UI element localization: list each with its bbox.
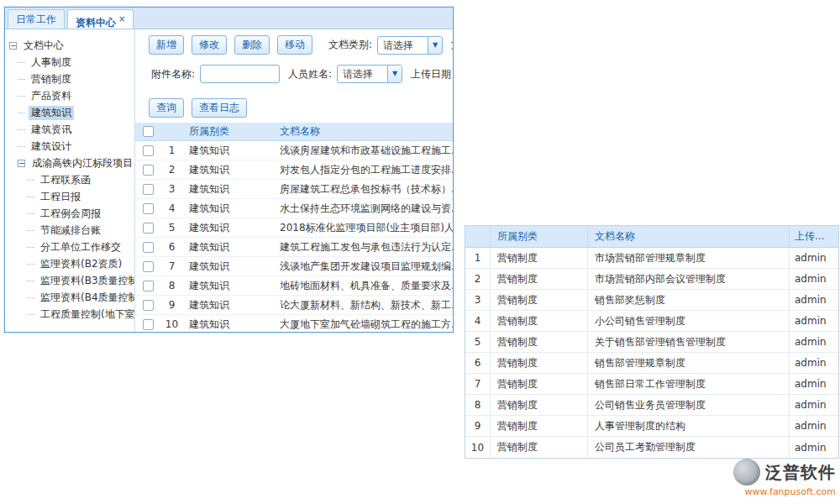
tab-bar: 日常工作 资料中心× [5, 8, 453, 29]
table-row[interactable]: 6营销制度销售部管理规章制度admin [465, 353, 838, 374]
tree-item[interactable]: 建筑知识 [5, 104, 134, 121]
person-name-select[interactable]: 请选择 ▼ [337, 65, 402, 83]
table-row[interactable]: 10营销制度公司员工考勤管理制度admin [465, 437, 838, 458]
table-row[interactable]: 8营销制度公司销售业务员管理制度admin [465, 395, 838, 416]
tree-item[interactable]: 工程日报 [5, 188, 134, 205]
tree-item[interactable]: 产品资料 [5, 87, 134, 104]
row-checkbox[interactable] [143, 223, 154, 234]
table-row[interactable]: 4营销制度小公司销售管理制度admin [465, 311, 838, 332]
move-button[interactable]: 移动 [277, 35, 312, 55]
row-doc-name: 市场营销部内部会议管理制度 [588, 269, 790, 289]
row-doc-name: 公司员工考勤管理制度 [588, 437, 790, 458]
row-number: 3 [160, 183, 183, 195]
query-button[interactable]: 查询 [149, 98, 184, 118]
tree-item-label: 建筑设计 [29, 139, 74, 154]
table-row[interactable]: 8建筑知识地砖地面材料、机具准备、质量要求及... [135, 276, 453, 296]
tree-item[interactable]: 工程联系函 [5, 171, 134, 188]
row-category: 营销制度 [491, 416, 588, 436]
collapse-icon[interactable]: − [9, 42, 17, 50]
table-row[interactable]: 3建筑知识房屋建筑工程总承包投标书（技术标）... [135, 180, 453, 199]
add-button[interactable]: 新增 [149, 35, 184, 55]
tree-branch-icon [18, 129, 25, 130]
toolbar-row-3: 查询 查看日志 [149, 98, 255, 118]
row-category: 建筑知识 [183, 298, 274, 312]
row-checkbox[interactable] [143, 300, 154, 311]
tab-data-center[interactable]: 资料中心× [67, 9, 134, 29]
tab-close-icon[interactable]: × [118, 14, 125, 24]
row-category: 营销制度 [491, 437, 588, 458]
select-all-checkbox[interactable] [143, 126, 154, 137]
table-row[interactable]: 2营销制度市场营销部内部会议管理制度admin [465, 269, 838, 290]
data-center-window: 日常工作 资料中心× − 文档中心 人事制度营销制度产品资料建筑知识建筑资讯建筑… [4, 7, 454, 333]
row-category: 营销制度 [491, 311, 588, 331]
table-row[interactable]: 1营销制度市场营销部管理规章制度admin [465, 248, 838, 269]
tree-item[interactable]: 节能减排台账 [5, 222, 134, 239]
tree-branch-icon [27, 180, 34, 181]
row-checkbox[interactable] [143, 261, 154, 272]
table-row[interactable]: 4建筑知识水土保持生态环境监测网络的建设与资... [135, 199, 453, 218]
toolbar-row-1: 新增 修改 删除 移动 文档类别: 请选择 ▼ 文档 [149, 35, 453, 55]
row-checkbox[interactable] [143, 184, 154, 195]
tree-item[interactable]: 工程质量控制(地下室) [5, 306, 134, 323]
column-header-doc-name[interactable]: 文档名称 [274, 124, 453, 139]
tree-branch-icon [27, 297, 34, 298]
row-category: 建筑知识 [183, 279, 274, 293]
row-category: 建筑知识 [183, 182, 274, 197]
table-row[interactable]: 9营销制度人事管理制度的结构admin [465, 416, 838, 437]
delete-button[interactable]: 删除 [234, 35, 270, 55]
tree-item[interactable]: 建筑设计 [5, 138, 134, 155]
tree-branch-icon [18, 79, 25, 80]
table-row[interactable]: 2建筑知识对发包人指定分包的工程施工进度安排... [135, 160, 453, 180]
doc-category-select[interactable]: 请选择 ▼ [377, 36, 443, 55]
table-row[interactable]: 9建筑知识论大厦新材料、新结构、新技术、新工... [135, 296, 453, 315]
view-log-button[interactable]: 查看日志 [192, 98, 247, 118]
row-checkbox[interactable] [143, 203, 154, 214]
attachment-name-input[interactable] [200, 65, 280, 83]
column-header-uploader[interactable]: 上传... [790, 226, 838, 247]
table-row[interactable]: 7营销制度销售部日常工作管理制度admin [465, 374, 838, 395]
row-doc-name: 浅谈房屋建筑和市政基础设施工程施工... [274, 144, 453, 158]
table-row[interactable]: 6建筑知识建筑工程施工发包与承包违法行为认定... [135, 238, 453, 257]
table-row[interactable]: 5营销制度关于销售部管理销售管理制度admin [465, 332, 838, 353]
tree-item[interactable]: 分工单位工作移交 [5, 239, 134, 255]
tree-item[interactable]: 监理资料(B4质量控制) [5, 289, 134, 306]
tree-item[interactable]: 营销制度 [5, 71, 134, 87]
row-uploader: admin [790, 332, 838, 352]
tree-item[interactable]: 监理资料(B3质量控制) [5, 272, 134, 289]
row-checkbox-cell [135, 145, 160, 156]
tree-item[interactable]: 监理资料(B2资质) [5, 255, 134, 272]
row-checkbox[interactable] [143, 145, 154, 156]
table-row[interactable]: 1建筑知识浅谈房屋建筑和市政基础设施工程施工... [135, 141, 453, 160]
tab-daily-work[interactable]: 日常工作 [8, 9, 65, 29]
tree-item[interactable]: 工程例会周报 [5, 205, 134, 222]
row-checkbox[interactable] [143, 319, 154, 330]
table-row[interactable]: 5建筑知识2018标准化监理项目部(业主项目部)人员... [135, 218, 453, 238]
row-checkbox-cell [135, 300, 160, 311]
table-row[interactable]: 3营销制度销售部奖惩制度admin [465, 290, 838, 311]
modify-button[interactable]: 修改 [192, 35, 227, 55]
collapse-icon[interactable]: − [18, 160, 25, 167]
row-category: 营销制度 [491, 290, 588, 310]
tree-root[interactable]: − 文档中心 [5, 37, 134, 54]
tree-item[interactable]: 建筑资讯 [5, 121, 134, 138]
table-row[interactable]: 7建筑知识浅谈地产集团开发建设项目监理规划编... [135, 257, 453, 276]
row-number: 7 [160, 260, 183, 272]
table-row[interactable]: 10建筑知识大厦地下室加气砼墙砌筑工程的施工方... [135, 315, 453, 332]
table-header: 所属别类 文档名称 [135, 123, 453, 141]
column-header-doc-name[interactable]: 文档名称 [588, 226, 790, 247]
row-checkbox[interactable] [143, 281, 154, 291]
row-number: 3 [465, 290, 491, 310]
tree-item[interactable]: 人事制度 [5, 54, 134, 71]
tree-item-label: 监理资料(B4质量控制) [38, 291, 134, 305]
column-header-category[interactable]: 所属别类 [183, 124, 274, 139]
row-uploader: admin [790, 248, 838, 268]
column-header-category[interactable]: 所属别类 [491, 226, 588, 247]
row-category: 建筑知识 [183, 240, 274, 255]
tree-branch-icon [18, 146, 25, 147]
tree-item[interactable]: −成渝高铁内江标段项目 [5, 155, 134, 171]
row-number: 9 [160, 299, 183, 311]
row-doc-name: 大厦地下室加气砼墙砌筑工程的施工方... [274, 318, 453, 332]
row-checkbox[interactable] [143, 165, 154, 176]
row-checkbox[interactable] [143, 242, 154, 253]
tree-item-label: 工程质量控制(地下室) [38, 307, 134, 322]
